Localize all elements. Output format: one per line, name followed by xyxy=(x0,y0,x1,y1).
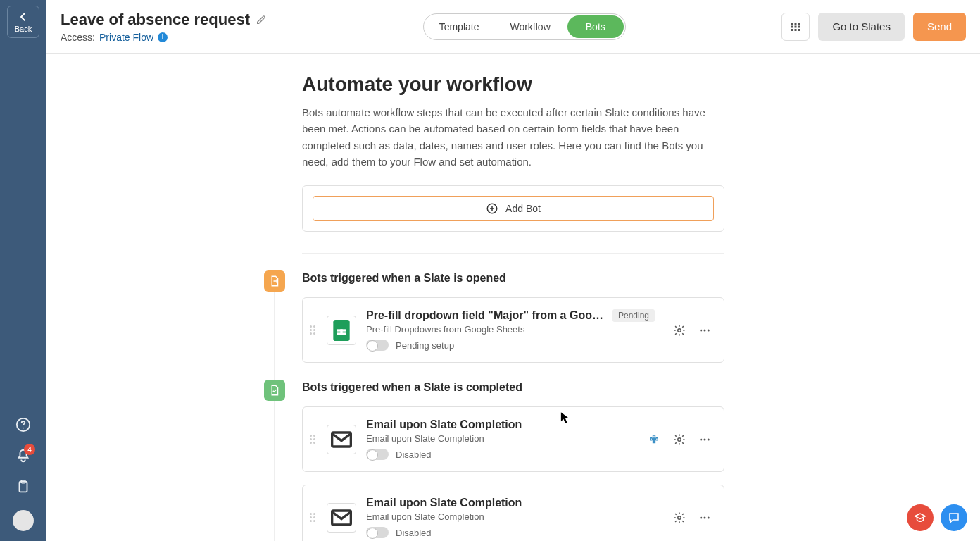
gear-icon[interactable] xyxy=(673,433,686,446)
bot-card[interactable]: Email upon Slate Completion Email upon S… xyxy=(302,485,724,541)
svg-point-18 xyxy=(678,328,681,332)
clipboard-icon[interactable] xyxy=(15,479,31,495)
cursor-icon xyxy=(560,411,570,427)
bot-card[interactable]: Pre-fill dropdown field "Major" from a G… xyxy=(302,297,724,363)
divider xyxy=(302,253,724,254)
add-bot-container: Add Bot xyxy=(302,185,724,232)
tab-bots[interactable]: Bots xyxy=(567,15,624,38)
view-segmented: Template Workflow Bots xyxy=(423,13,626,40)
gear-icon[interactable] xyxy=(673,511,686,524)
svg-point-25 xyxy=(704,438,706,440)
more-icon[interactable] xyxy=(698,511,711,524)
section-completed-title: Bots triggered when a Slate is completed xyxy=(302,381,522,394)
content-heading: Automate your workflow xyxy=(302,73,724,96)
svg-point-26 xyxy=(708,438,710,440)
svg-rect-4 xyxy=(791,23,793,25)
chat-icon xyxy=(948,511,960,524)
svg-point-23 xyxy=(678,437,681,441)
bot-icon-sheets xyxy=(327,316,356,345)
tab-template[interactable]: Template xyxy=(424,14,495,39)
back-label: Back xyxy=(15,25,32,33)
bot-title: Email upon Slate Completion xyxy=(366,497,522,509)
svg-rect-11 xyxy=(795,29,797,31)
svg-point-24 xyxy=(700,438,702,440)
bot-toggle[interactable] xyxy=(366,449,389,460)
access-link[interactable]: Private Flow xyxy=(99,32,153,43)
svg-rect-7 xyxy=(791,25,793,27)
apps-button[interactable] xyxy=(781,13,810,41)
main: Leave of absence request Access: Private… xyxy=(46,0,980,541)
left-rail: Back 4 xyxy=(0,0,46,541)
section-opened-badge xyxy=(264,270,285,292)
edit-icon[interactable] xyxy=(256,14,267,25)
more-icon[interactable] xyxy=(698,324,711,337)
document-check-icon xyxy=(268,384,281,397)
plus-circle-icon xyxy=(486,202,498,215)
svg-rect-17 xyxy=(340,329,342,335)
bot-subtitle: Pre-fill Dropdowns from Google Sheets xyxy=(366,324,663,335)
content-scroll[interactable]: Automate your workflow Bots automate wor… xyxy=(46,54,980,541)
access-row: Access: Private Flow i xyxy=(61,32,267,43)
document-out-icon xyxy=(268,275,281,287)
go-to-slates-button[interactable]: Go to Slates xyxy=(818,13,905,41)
puzzle-icon[interactable] xyxy=(648,433,660,446)
bot-toggle[interactable] xyxy=(366,340,389,351)
bot-title: Email upon Slate Completion xyxy=(366,418,522,431)
svg-rect-6 xyxy=(798,23,800,25)
send-button[interactable]: Send xyxy=(913,13,966,41)
svg-point-31 xyxy=(708,516,710,518)
svg-rect-10 xyxy=(791,29,793,31)
header: Leave of absence request Access: Private… xyxy=(46,0,980,54)
grid-icon xyxy=(789,20,802,33)
info-icon[interactable]: i xyxy=(158,32,168,42)
bot-subtitle: Email upon Slate Completion xyxy=(366,511,663,522)
pending-pill: Pending xyxy=(612,309,655,322)
svg-point-29 xyxy=(700,516,702,518)
bot-toggle[interactable] xyxy=(366,527,389,538)
more-icon[interactable] xyxy=(698,433,711,446)
section-opened-title: Bots triggered when a Slate is opened xyxy=(302,272,506,285)
add-bot-label: Add Bot xyxy=(505,203,541,214)
mail-icon xyxy=(327,504,356,532)
bot-card[interactable]: Email upon Slate Completion Email upon S… xyxy=(302,406,724,472)
page-title: Leave of absence request xyxy=(61,11,250,29)
bot-subtitle: Email upon Slate Completion xyxy=(366,433,638,444)
graduation-cap-icon xyxy=(914,511,926,524)
svg-point-20 xyxy=(704,329,706,331)
section-completed: Bots triggered when a Slate is completed… xyxy=(302,381,724,541)
svg-rect-12 xyxy=(798,29,800,31)
svg-rect-5 xyxy=(795,23,797,25)
svg-point-19 xyxy=(700,329,702,331)
mail-icon xyxy=(327,425,356,454)
svg-point-21 xyxy=(708,329,710,331)
chevron-left-icon xyxy=(17,11,30,23)
tab-workflow[interactable]: Workflow xyxy=(494,14,565,39)
svg-rect-9 xyxy=(798,25,800,27)
section-opened: Bots triggered when a Slate is opened Pr… xyxy=(302,272,724,363)
bot-title: Pre-fill dropdown field "Major" from a G… xyxy=(366,309,605,322)
avatar[interactable] xyxy=(13,510,34,531)
svg-point-28 xyxy=(678,516,681,519)
notification-badge: 4 xyxy=(24,444,35,455)
academy-button[interactable] xyxy=(907,504,934,531)
chat-button[interactable] xyxy=(941,504,967,531)
section-completed-badge xyxy=(264,380,285,401)
notifications-icon[interactable]: 4 xyxy=(15,448,31,464)
help-icon[interactable] xyxy=(15,417,31,433)
drag-handle[interactable] xyxy=(310,325,317,335)
bot-icon-email xyxy=(327,425,356,454)
bot-status: Disabled xyxy=(396,528,432,538)
svg-point-30 xyxy=(704,516,706,518)
drag-handle[interactable] xyxy=(310,513,317,522)
svg-point-1 xyxy=(23,428,24,429)
add-bot-button[interactable]: Add Bot xyxy=(313,196,714,221)
google-sheets-icon xyxy=(327,316,356,344)
back-button[interactable]: Back xyxy=(7,6,39,38)
drag-handle[interactable] xyxy=(310,435,317,444)
content-description: Bots automate workflow steps that can be… xyxy=(302,104,724,170)
bot-icon-email xyxy=(327,503,356,533)
bot-status: Disabled xyxy=(396,449,432,460)
timeline-line xyxy=(274,292,275,541)
access-label: Access: xyxy=(61,32,95,43)
gear-icon[interactable] xyxy=(673,324,686,337)
